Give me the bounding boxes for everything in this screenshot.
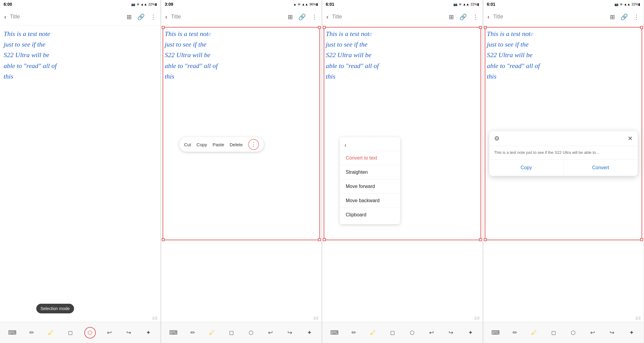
book-icon-4[interactable]: ⊞ xyxy=(610,13,615,21)
book-icon-1[interactable]: ⊞ xyxy=(127,13,132,21)
note-title-2[interactable]: Title xyxy=(171,14,284,20)
highlighter-icon-2[interactable]: 🖊 xyxy=(206,327,218,338)
more-options-button[interactable]: ⋮ xyxy=(248,139,259,150)
straighten-btn[interactable]: Straighten xyxy=(340,165,400,180)
select-icon-4[interactable]: ⬡ xyxy=(568,327,579,338)
redo-icon-3[interactable]: ↪ xyxy=(445,327,457,338)
undo-icon-4[interactable]: ↩ xyxy=(587,327,598,338)
back-button-1[interactable]: ‹ xyxy=(4,13,6,20)
tools-icon-1[interactable]: ✦ xyxy=(143,327,154,338)
pen-icon-4[interactable]: ✏ xyxy=(509,327,521,338)
book-icon-3[interactable]: ⊞ xyxy=(449,13,454,21)
network2-icon: ▲▲ xyxy=(302,2,308,6)
network-icon: ▲▲ xyxy=(141,2,147,6)
handle-tr[interactable] xyxy=(318,26,321,29)
copy-converted-button[interactable]: Copy xyxy=(489,160,564,176)
battery4-icon: 22%▮ xyxy=(632,2,640,6)
handle3-bl[interactable] xyxy=(323,238,326,241)
convert-button[interactable]: Convert xyxy=(564,160,638,176)
pen-icon-2[interactable]: ✏ xyxy=(187,327,199,338)
highlighter-icon-3[interactable]: 🖊 xyxy=(367,327,379,338)
context-toolbar-2: Cut Copy Paste Delete ⋮ xyxy=(179,137,264,152)
handle-br[interactable] xyxy=(318,238,321,241)
handle-bl[interactable] xyxy=(162,238,165,241)
keyboard-icon-2[interactable]: ⌨ xyxy=(167,327,179,338)
handle4-tr[interactable] xyxy=(640,26,643,29)
note-title-4[interactable]: Title xyxy=(493,14,606,20)
highlighter-icon-1[interactable]: 🖊 xyxy=(45,327,57,338)
eraser-icon-2[interactable]: ◻ xyxy=(226,327,237,338)
page-indicator-2: 1/2 xyxy=(313,316,319,320)
handle4-tl[interactable] xyxy=(484,26,487,29)
more-icon-1[interactable]: ⋮ xyxy=(150,13,156,21)
battery-icon: 22%▮ xyxy=(148,2,157,6)
wifi4-icon: ≋ xyxy=(620,2,623,6)
attach-icon-3[interactable]: 🔗 xyxy=(459,13,467,21)
redo-icon-2[interactable]: ↪ xyxy=(284,327,296,338)
handle4-bl[interactable] xyxy=(484,238,487,241)
wifi-icon: ≋ xyxy=(137,2,139,6)
more-icon-4[interactable]: ⋮ xyxy=(633,13,639,21)
note-area-4: This is a test note just to see if the S… xyxy=(483,25,644,322)
eraser-icon-1[interactable]: ◻ xyxy=(65,327,76,338)
copy-button[interactable]: Copy xyxy=(196,142,207,147)
back-button-2[interactable]: ‹ xyxy=(165,13,167,20)
selection-tooltip: Selection mode xyxy=(36,304,74,313)
bottom-toolbar-3: ⌨ ✏ 🖊 ◻ ⬡ ↩ ↪ ✦ xyxy=(322,322,483,343)
bottom-toolbar-4: ⌨ ✏ 🖊 ◻ ⬡ ↩ ↪ ✦ xyxy=(483,322,644,343)
book-icon-2[interactable]: ⊞ xyxy=(288,13,293,21)
cut-button[interactable]: Cut xyxy=(184,142,191,147)
undo-icon-1[interactable]: ↩ xyxy=(104,327,115,338)
handwritten-text-4: This is a test note just to see if the S… xyxy=(487,28,640,82)
handle3-tr[interactable] xyxy=(479,26,482,29)
pen-icon-3[interactable]: ✏ xyxy=(348,327,360,338)
convert-to-text-btn[interactable]: Convert to text xyxy=(340,151,400,165)
status-bar-3: 6:01 📷 ≋ ▲▲ 22%▮ xyxy=(322,0,483,8)
handle4-br[interactable] xyxy=(640,238,643,241)
pen-icon-1[interactable]: ✏ xyxy=(26,327,37,338)
dropdown-back-btn[interactable]: ‹ xyxy=(340,140,400,151)
tools-icon-4[interactable]: ✦ xyxy=(626,327,637,338)
settings-icon[interactable]: ⚙ xyxy=(494,135,500,142)
title-bar-1: ‹ Title ⊞ 🔗 ⋮ xyxy=(0,8,160,25)
convert-preview-text: This is a test note just to see if the S… xyxy=(489,146,638,160)
tools-icon-2[interactable]: ✦ xyxy=(304,327,315,338)
handle3-br[interactable] xyxy=(479,238,482,241)
battery3-icon: 22%▮ xyxy=(471,2,479,6)
keyboard-icon-1[interactable]: ⌨ xyxy=(6,327,18,338)
title-actions-3: ⊞ 🔗 ⋮ xyxy=(449,13,478,21)
highlighter-icon-4[interactable]: 🖊 xyxy=(529,327,540,338)
more-icon-3[interactable]: ⋮ xyxy=(472,13,478,21)
more-icon-2[interactable]: ⋮ xyxy=(311,13,317,21)
note-title-3[interactable]: Title xyxy=(332,14,445,20)
handle3-tl[interactable] xyxy=(323,26,326,29)
select-icon-3[interactable]: ⬡ xyxy=(406,327,418,338)
status-bar-2: 3:09 ▲ ≋ ▲▲ 96%▮ xyxy=(161,0,322,8)
undo-icon-2[interactable]: ↩ xyxy=(265,327,276,338)
paste-button[interactable]: Paste xyxy=(212,142,224,147)
attach-icon-1[interactable]: 🔗 xyxy=(137,13,145,21)
close-dialog-button[interactable]: ✕ xyxy=(628,135,633,142)
back-button-4[interactable]: ‹ xyxy=(487,13,490,20)
redo-icon-1[interactable]: ↪ xyxy=(123,327,134,338)
attach-icon-4[interactable]: 🔗 xyxy=(620,13,628,21)
delete-button[interactable]: Delete xyxy=(230,142,243,147)
keyboard-icon-4[interactable]: ⌨ xyxy=(490,327,501,338)
clipboard-btn[interactable]: Clipboard xyxy=(340,208,400,222)
eraser-icon-4[interactable]: ◻ xyxy=(548,327,559,338)
handle-tl[interactable] xyxy=(162,26,165,29)
attach-icon-2[interactable]: 🔗 xyxy=(298,13,306,21)
signal4-icon: 📷 xyxy=(614,2,619,6)
move-backward-btn[interactable]: Move backward xyxy=(340,194,400,208)
note-title-1[interactable]: Title xyxy=(10,14,123,20)
eraser-icon-3[interactable]: ◻ xyxy=(387,327,398,338)
back-button-3[interactable]: ‹ xyxy=(326,13,328,20)
redo-icon-4[interactable]: ↪ xyxy=(606,327,618,338)
select-icon-2[interactable]: ⬡ xyxy=(245,327,257,338)
undo-icon-3[interactable]: ↩ xyxy=(426,327,437,338)
tools-icon-3[interactable]: ✦ xyxy=(465,327,476,338)
wifi3-icon: ≋ xyxy=(459,2,461,6)
move-forward-btn[interactable]: Move forward xyxy=(340,180,400,194)
keyboard-icon-3[interactable]: ⌨ xyxy=(328,327,340,338)
select-icon-1[interactable]: ⬡ xyxy=(84,327,96,338)
